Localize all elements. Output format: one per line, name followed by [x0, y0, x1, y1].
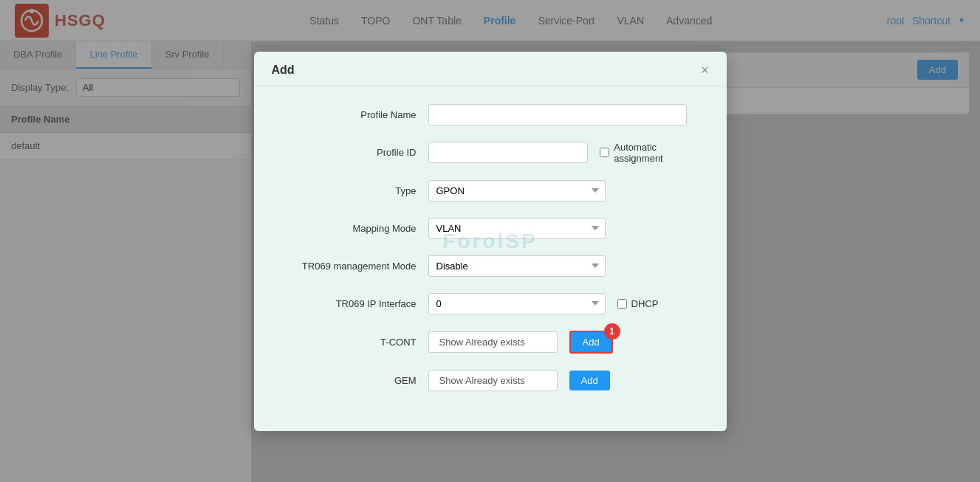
tcont-show-button[interactable]: Show Already exists: [428, 331, 558, 353]
mapping-mode-row: Mapping Mode VLAN: [284, 218, 697, 239]
gem-row: GEM Show Already exists Add: [284, 370, 697, 391]
type-label: Type: [284, 185, 417, 196]
automatic-assignment-checkbox-row: Automatic assignment: [600, 142, 696, 164]
modal-overlay: ForolSP Add × Profile Name Profile ID Au…: [0, 0, 980, 482]
automatic-assignment-checkbox[interactable]: [600, 148, 609, 157]
modal-close-button[interactable]: ×: [701, 63, 709, 77]
mapping-mode-select[interactable]: VLAN: [428, 218, 606, 239]
profile-name-input[interactable]: [428, 104, 687, 125]
automatic-assignment-label: Automatic assignment: [614, 142, 696, 164]
tr069-mode-select[interactable]: Disable: [428, 255, 606, 277]
tr069-mode-row: TR069 management Mode Disable: [284, 255, 697, 277]
profile-name-row: Profile Name: [284, 104, 697, 125]
dhcp-label: DHCP: [631, 298, 659, 309]
tr069-ip-label: TR069 IP Interface: [284, 298, 417, 309]
modal-title: Add: [272, 63, 295, 77]
profile-name-label: Profile Name: [284, 109, 417, 120]
tr069-ip-row: TR069 IP Interface 0 DHCP: [284, 293, 697, 314]
tr069-mode-label: TR069 management Mode: [284, 261, 417, 272]
profile-id-row: Profile ID Automatic assignment: [284, 142, 697, 164]
modal-header: Add ×: [254, 52, 727, 86]
profile-id-input[interactable]: [428, 142, 589, 163]
gem-add-button[interactable]: Add: [569, 371, 610, 390]
modal-body: Profile Name Profile ID Automatic assign…: [254, 86, 727, 409]
type-select[interactable]: GPON: [428, 180, 606, 202]
tcont-badge: 1: [604, 323, 620, 340]
type-row: Type GPON: [284, 180, 697, 202]
dhcp-checkbox-row: DHCP: [617, 298, 659, 309]
dhcp-checkbox[interactable]: [617, 299, 627, 309]
gem-show-button[interactable]: Show Already exists: [428, 370, 558, 391]
mapping-mode-label: Mapping Mode: [284, 223, 417, 234]
gem-label: GEM: [284, 375, 417, 386]
profile-id-label: Profile ID: [284, 147, 417, 158]
modal: ForolSP Add × Profile Name Profile ID Au…: [254, 52, 727, 431]
tcont-label: T-CONT: [284, 337, 417, 348]
tr069-ip-select[interactable]: 0: [428, 293, 606, 314]
tcont-row: T-CONT Show Already exists Add 1: [284, 331, 697, 354]
